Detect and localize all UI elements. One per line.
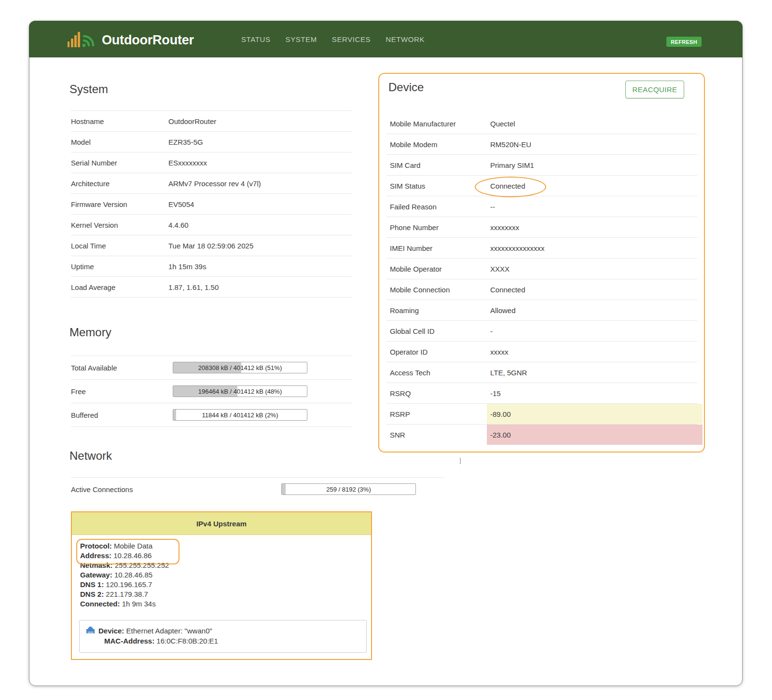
row-value: xxxxxxxxxxxxxxx	[490, 238, 545, 259]
field-label: Connected:	[80, 600, 120, 608]
table-row: Operator IDxxxxx	[379, 342, 704, 362]
cursor-artifact	[460, 458, 461, 464]
row-value: -23.00	[490, 425, 511, 445]
system-table: HostnameOutdoorRouter ModelEZR35-5G Seri…	[71, 110, 352, 298]
ipv4-connected-line: Connected: 1h 9m 34s	[80, 599, 371, 609]
row-value: 4.4.60	[168, 221, 189, 229]
row-label: RSRP	[390, 404, 410, 425]
row-value: ESxxxxxxxx	[168, 159, 207, 167]
table-row: Mobile ConnectionConnected	[379, 279, 704, 300]
row-label: Free	[71, 387, 173, 396]
row-label: Serial Number	[71, 159, 168, 167]
table-row: Mobile ModemRM520N-EU	[379, 134, 704, 155]
sim-status-ellipse-annotation	[475, 177, 546, 197]
table-row: RoamingAllowed	[379, 300, 704, 321]
row-value: xxxxxxxx	[490, 217, 519, 238]
ipv4-dns2-line: DNS 2: 221.179.38.7	[80, 590, 371, 599]
table-row-rsrp-highlighted: RSRP -89.00	[379, 404, 704, 425]
refresh-button[interactable]: REFRESH	[666, 37, 702, 47]
memory-section-title: Memory	[69, 325, 111, 340]
ipv4-dns1-line: DNS 1: 120.196.165.7	[80, 580, 371, 590]
table-row: ModelEZR35-5G	[71, 132, 352, 152]
row-value: XXXX	[490, 259, 510, 279]
field-label: MAC-Address:	[104, 637, 154, 645]
active-connections-progressbar: 259 / 8192 (3%)	[281, 483, 416, 495]
progress-text: 11844 kB / 401412 kB (2%)	[173, 410, 307, 420]
row-label: Operator ID	[390, 342, 427, 362]
row-label: Phone Number	[390, 217, 439, 238]
field-value: 221.179.38.7	[106, 590, 148, 598]
table-row: Local TimeTue Mar 18 02:59:06 2025	[71, 235, 352, 256]
table-row: Failed Reason--	[379, 196, 704, 217]
nav-item-system[interactable]: SYSTEM	[286, 35, 317, 43]
table-row: Mobile OperatorXXXX	[379, 259, 704, 279]
nav-item-status[interactable]: STATUS	[241, 35, 271, 43]
memory-buffered-progressbar: 11844 kB / 401412 kB (2%)	[173, 409, 307, 421]
ipv4-upstream-box: IPv4 Upstream Protocol: Mobile Data Addr…	[71, 511, 372, 660]
reacquire-button[interactable]: REACQUIRE	[625, 81, 684, 98]
row-label: Global Cell ID	[390, 321, 435, 342]
row-value: --	[490, 196, 495, 217]
system-section-title: System	[69, 82, 108, 96]
row-label: SIM Card	[390, 155, 420, 176]
table-row: Serial NumberESxxxxxxxx	[71, 152, 352, 173]
row-label: Failed Reason	[390, 196, 437, 217]
field-value: Ethernet Adapter: "wwan0"	[126, 627, 212, 635]
field-value: 120.196.165.7	[106, 580, 152, 589]
field-label: Netmask:	[80, 561, 113, 569]
nav-item-services[interactable]: SERVICES	[332, 35, 371, 43]
row-label: Buffered	[71, 411, 173, 419]
field-value: 16:0C:F8:0B:20:E1	[156, 637, 218, 645]
table-row: Global Cell ID-	[379, 321, 704, 342]
row-value: Quectel	[490, 113, 515, 134]
row-label: Total Available	[71, 364, 173, 372]
row-value: OutdoorRouter	[168, 117, 216, 125]
row-label: Mobile Manufacturer	[390, 113, 456, 134]
adapter-device-text: Device: Ethernet Adapter: "wwan0"	[98, 627, 212, 635]
table-row: Firmware VersionEV5054	[71, 194, 352, 215]
row-value: LTE, 5GNR	[490, 362, 527, 383]
nav-item-network[interactable]: NETWORK	[386, 35, 425, 43]
row-label: SIM Status	[390, 176, 425, 196]
ipv4-upstream-header: IPv4 Upstream	[72, 512, 371, 535]
row-value: Allowed	[490, 300, 516, 321]
table-row: RSRQ-15	[379, 383, 704, 404]
table-row: SIM CardPrimary SIM1	[379, 155, 704, 176]
field-value: 1h 9m 34s	[122, 600, 156, 608]
device-panel: Device REACQUIRE Mobile ManufacturerQuec…	[378, 73, 705, 453]
main-nav: STATUS SYSTEM SERVICES NETWORK	[241, 21, 425, 57]
row-value: Primary SIM1	[490, 155, 534, 176]
ethernet-port-icon	[85, 626, 96, 636]
row-value: 1h 15m 39s	[168, 262, 206, 271]
snr-error-highlight	[487, 425, 703, 445]
row-value: EZR35-5G	[168, 138, 203, 146]
device-table: Mobile ManufacturerQuectel Mobile ModemR…	[379, 113, 704, 445]
field-value: 10.28.46.85	[114, 571, 152, 579]
table-row: Phone Numberxxxxxxxx	[379, 217, 704, 238]
device-section-title: Device	[388, 81, 424, 94]
row-label: Local Time	[71, 242, 168, 250]
field-label: Gateway:	[80, 571, 112, 579]
row-value: -89.00	[490, 404, 511, 425]
row-value: ARMv7 Processor rev 4 (v7l)	[168, 179, 261, 188]
table-row: SIM Status Connected	[379, 176, 704, 196]
row-label: Architecture	[71, 179, 168, 188]
ipv4-address-line: Address: 10.28.46.86	[80, 551, 371, 561]
field-label: DNS 1:	[80, 580, 104, 589]
top-navbar: OutdoorRouter STATUS SYSTEM SERVICES NET…	[29, 21, 743, 57]
brand-logo[interactable]: OutdoorRouter	[68, 29, 194, 51]
field-label: Protocol:	[80, 542, 112, 550]
table-row: IMEI Numberxxxxxxxxxxxxxxx	[379, 238, 704, 259]
row-label: Hostname	[71, 117, 168, 125]
table-row: Active Connections 259 / 8192 (3%)	[71, 478, 443, 501]
ipv4-protocol-line: Protocol: Mobile Data	[80, 541, 371, 551]
row-value: 1.87, 1.61, 1.50	[168, 283, 219, 291]
table-row-snr-highlighted: SNR -23.00	[379, 425, 704, 445]
progress-text: 208308 kB / 401412 kB (51%)	[173, 362, 307, 373]
network-adapter-box: Device: Ethernet Adapter: "wwan0" MAC-Ad…	[79, 620, 367, 653]
row-label: IMEI Number	[390, 238, 432, 259]
progress-text: 259 / 8192 (3%)	[282, 484, 415, 494]
row-label: Roaming	[390, 300, 419, 321]
row-value: Tue Mar 18 02:59:06 2025	[168, 242, 253, 250]
row-value: Connected	[490, 279, 525, 300]
